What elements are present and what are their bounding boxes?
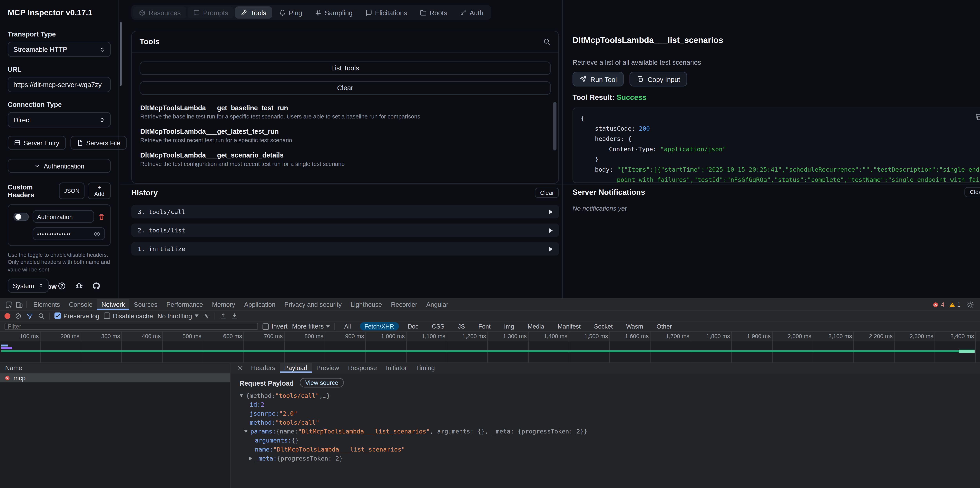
name-column-header[interactable]: Name xyxy=(5,364,22,372)
devtools-tab-network[interactable]: Network xyxy=(97,299,130,310)
detail-tab-payload[interactable]: Payload xyxy=(280,363,312,373)
tab-tools[interactable]: Tools xyxy=(235,6,272,19)
issues-badge[interactable]: 1 xyxy=(949,301,961,308)
json-mode-button[interactable]: JSON xyxy=(59,183,85,199)
filter-chip-doc[interactable]: Doc xyxy=(403,322,423,330)
show-value-eye-icon[interactable] xyxy=(94,230,100,237)
devtools-settings-icon[interactable] xyxy=(966,301,974,308)
close-detail-icon[interactable] xyxy=(237,365,243,371)
inspect-element-icon[interactable] xyxy=(5,301,13,308)
history-item[interactable]: 3. tools/call xyxy=(131,205,559,218)
devtools-tab-performance[interactable]: Performance xyxy=(162,299,208,310)
search-network-icon[interactable] xyxy=(38,312,45,319)
clear-tools-button[interactable]: Clear xyxy=(140,81,551,95)
import-har-icon[interactable] xyxy=(220,312,227,319)
devtools-tab-memory[interactable]: Memory xyxy=(208,299,240,310)
tab-sampling[interactable]: Sampling xyxy=(309,6,358,19)
disable-cache-checkbox[interactable]: Disable cache xyxy=(104,312,153,319)
history-item[interactable]: 1. initialize xyxy=(131,242,559,255)
detail-tab-timing[interactable]: Timing xyxy=(411,363,439,373)
filter-chip-css[interactable]: CSS xyxy=(428,322,449,330)
devtools-tab-lighthouse[interactable]: Lighthouse xyxy=(346,299,387,310)
delete-header-icon[interactable] xyxy=(98,213,105,220)
tab-resources[interactable]: Resources xyxy=(133,6,186,19)
devtools-tab-privacy[interactable]: Privacy and security xyxy=(280,299,346,310)
payload-meta-line[interactable]: _meta: {progressToken: 2} xyxy=(249,455,980,462)
devtools-tab-application[interactable]: Application xyxy=(240,299,280,310)
copy-input-button[interactable]: Copy Input xyxy=(630,72,687,86)
invert-checkbox[interactable]: Invert xyxy=(262,323,288,330)
payload-root-line[interactable]: {method: "tools/call",…} xyxy=(240,392,980,399)
clear-notifications-button[interactable]: Clear xyxy=(965,187,980,197)
more-filters-select[interactable]: More filters xyxy=(292,323,330,330)
devtools-tab-angular[interactable]: Angular xyxy=(422,299,453,310)
servers-file-button[interactable]: Servers File xyxy=(70,136,127,150)
record-network-log-icon[interactable] xyxy=(5,313,10,319)
detail-tab-initiator[interactable]: Initiator xyxy=(382,363,411,373)
filter-chip-fetch-xhr[interactable]: Fetch/XHR xyxy=(360,322,399,330)
tool-result-status: Success xyxy=(617,94,647,101)
theme-select[interactable]: System xyxy=(8,279,49,293)
filter-chip-js[interactable]: JS xyxy=(453,322,469,330)
devtools-tab-sources[interactable]: Sources xyxy=(129,299,162,310)
transport-type-select[interactable]: Streamable HTTP xyxy=(8,41,111,57)
header-name-field[interactable] xyxy=(33,210,94,223)
filter-chip-all[interactable]: All xyxy=(340,322,355,330)
view-source-button[interactable]: View source xyxy=(299,378,344,388)
authentication-collapse-button[interactable]: Authentication xyxy=(8,159,111,173)
detail-tab-preview[interactable]: Preview xyxy=(312,363,344,373)
devtools-tab-elements[interactable]: Elements xyxy=(29,299,65,310)
history-item[interactable]: 2. tools/list xyxy=(131,223,559,237)
search-tools-icon[interactable] xyxy=(543,38,551,46)
export-har-icon[interactable] xyxy=(231,312,238,319)
device-toolbar-icon[interactable] xyxy=(15,301,23,308)
url-input[interactable] xyxy=(14,81,105,88)
waterfall-overview[interactable] xyxy=(0,341,980,363)
sidebar-scrollbar[interactable] xyxy=(120,22,122,86)
connection-type-select[interactable]: Direct xyxy=(8,112,111,127)
filter-chip-media[interactable]: Media xyxy=(523,322,549,330)
github-icon[interactable] xyxy=(92,281,100,290)
tab-roots[interactable]: Roots xyxy=(414,6,453,19)
tab-auth[interactable]: Auth xyxy=(454,6,489,19)
clear-history-button[interactable]: Clear xyxy=(535,188,559,198)
network-filter-input[interactable] xyxy=(5,323,258,330)
filter-chip-img[interactable]: Img xyxy=(500,322,519,330)
devtools-tab-console[interactable]: Console xyxy=(65,299,97,310)
payload-params-line[interactable]: params: {name: "DltMcpToolsLambda___list… xyxy=(244,428,980,435)
filter-chip-socket[interactable]: Socket xyxy=(590,322,617,330)
tab-prompts[interactable]: Prompts xyxy=(188,6,234,19)
console-errors-badge[interactable]: 4 xyxy=(932,301,944,308)
filter-chip-wasm[interactable]: Wasm xyxy=(622,322,648,330)
network-conditions-icon[interactable] xyxy=(203,312,210,319)
tab-ping[interactable]: Ping xyxy=(273,6,308,19)
list-tools-button[interactable]: List Tools xyxy=(140,61,551,75)
clear-network-log-icon[interactable] xyxy=(15,312,22,319)
tool-list-item[interactable]: DltMcpToolsLambda___get_scenario_details… xyxy=(140,151,546,167)
filter-chip-manifest[interactable]: Manifest xyxy=(553,322,585,330)
request-row-mcp[interactable]: mcp xyxy=(0,373,230,383)
devtools-tab-recorder[interactable]: Recorder xyxy=(387,299,422,310)
throttling-select[interactable]: No throttling xyxy=(158,312,199,319)
filter-chip-other[interactable]: Other xyxy=(652,322,676,330)
filter-chip-font[interactable]: Font xyxy=(474,322,495,330)
tools-list-scrollbar[interactable] xyxy=(553,102,557,150)
add-header-button[interactable]: + Add xyxy=(88,183,111,199)
url-field[interactable] xyxy=(8,77,111,92)
header-name-input[interactable] xyxy=(37,213,89,220)
detail-tab-headers[interactable]: Headers xyxy=(247,363,280,373)
detail-tab-response[interactable]: Response xyxy=(344,363,382,373)
copy-result-icon[interactable] xyxy=(975,113,980,121)
tool-list-item[interactable]: DltMcpToolsLambda___get_baseline_test_ru… xyxy=(140,104,546,120)
bug-report-icon[interactable] xyxy=(75,281,83,290)
server-entry-button[interactable]: Server Entry xyxy=(8,136,66,150)
help-icon[interactable] xyxy=(57,281,66,290)
preserve-log-checkbox[interactable]: Preserve log xyxy=(54,312,99,319)
tool-list-item[interactable]: DltMcpToolsLambda___get_latest_test_run … xyxy=(140,128,546,144)
filter-icon[interactable] xyxy=(26,312,33,319)
tab-elicitations[interactable]: Elicitations xyxy=(360,6,413,19)
header-enable-toggle[interactable] xyxy=(14,212,29,220)
devtools-menu-icon[interactable] xyxy=(979,301,980,308)
run-tool-button[interactable]: Run Tool xyxy=(573,72,624,86)
header-value-field[interactable]: •••••••••••••• xyxy=(33,227,105,240)
